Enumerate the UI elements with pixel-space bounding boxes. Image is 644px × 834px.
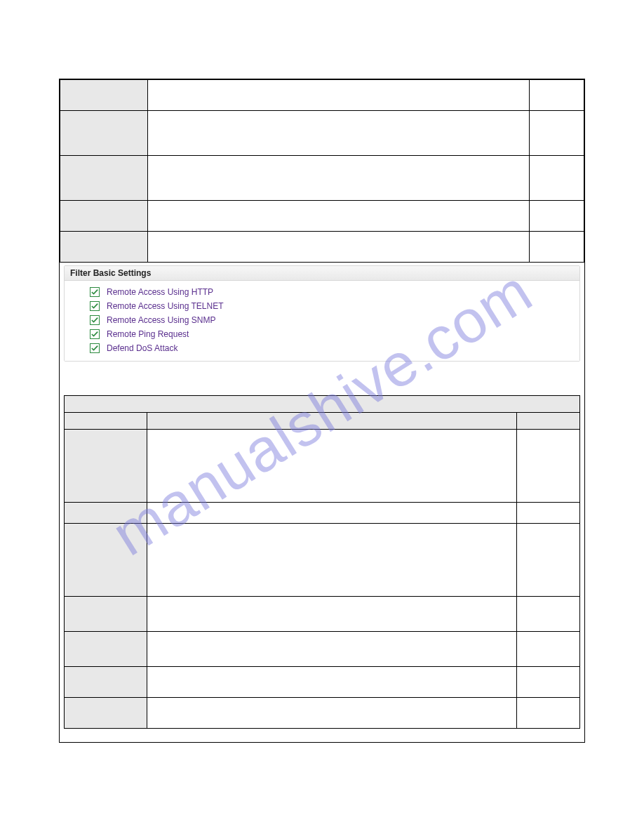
checkbox-icon[interactable] <box>90 343 100 353</box>
checkbox-icon[interactable] <box>90 287 100 297</box>
checkbox-icon[interactable] <box>90 301 100 311</box>
lower-table <box>64 395 580 729</box>
page-frame: Filter Basic Settings Remote Access Usin… <box>59 79 585 743</box>
table-row <box>60 156 584 201</box>
table-row <box>65 698 580 729</box>
table-row <box>65 597 580 632</box>
table-row <box>65 430 580 503</box>
filter-option-label: Remote Access Using TELNET <box>107 301 224 311</box>
filter-panel-title: Filter Basic Settings <box>65 266 579 281</box>
checkbox-icon[interactable] <box>90 329 100 339</box>
filter-option-label: Remote Access Using SNMP <box>107 315 215 325</box>
spacer <box>60 362 584 395</box>
table-row <box>60 232 584 263</box>
table-row <box>65 524 580 597</box>
filter-panel-body: Remote Access Using HTTPRemote Access Us… <box>65 281 579 361</box>
checkbox-icon[interactable] <box>90 315 100 325</box>
table-row <box>60 80 584 111</box>
lower-table-header-row <box>65 396 580 413</box>
filter-option-row: Remote Access Using TELNET <box>65 299 579 313</box>
filter-option-row: Remote Ping Request <box>65 327 579 341</box>
filter-option-row: Remote Access Using SNMP <box>65 313 579 327</box>
filter-option-row: Remote Access Using HTTP <box>65 285 579 299</box>
upper-table <box>60 79 584 263</box>
filter-option-label: Remote Access Using HTTP <box>107 287 213 297</box>
table-row <box>65 503 580 524</box>
table-row <box>60 201 584 232</box>
table-row <box>65 667 580 698</box>
filter-option-label: Defend DoS Attack <box>107 343 177 353</box>
filter-option-label: Remote Ping Request <box>107 329 189 339</box>
filter-option-row: Defend DoS Attack <box>65 341 579 355</box>
table-row <box>65 632 580 667</box>
filter-basic-settings-panel: Filter Basic Settings Remote Access Usin… <box>64 265 580 362</box>
lower-table-subheader-row <box>65 413 580 430</box>
table-row <box>60 111 584 156</box>
